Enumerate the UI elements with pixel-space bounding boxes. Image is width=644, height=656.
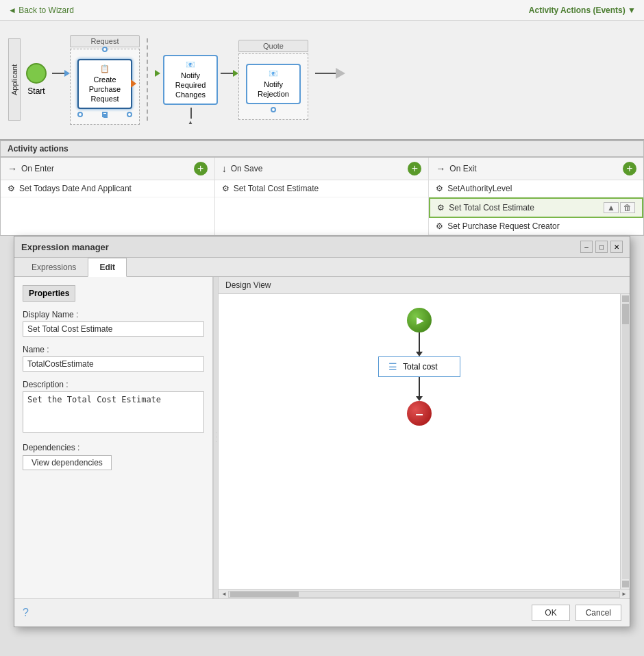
- on-exit-item-2-icon: ⚙: [436, 221, 443, 231]
- start-label: Start: [27, 86, 45, 96]
- resize-handle[interactable]: · · ·: [213, 277, 219, 598]
- name-input[interactable]: [23, 356, 204, 372]
- notify-changes-node[interactable]: 📧 NotifyRequiredChanges: [163, 55, 218, 106]
- v-scrollbar[interactable]: [620, 294, 630, 589]
- total-cost-node[interactable]: ☰ Total cost: [378, 356, 460, 377]
- flow-arrow-1: [416, 332, 423, 356]
- start-circle: [26, 63, 47, 84]
- dialog-minimize-button[interactable]: –: [580, 241, 593, 253]
- section-end: [315, 68, 345, 79]
- expression-manager-dialog: Expression manager – □ ✕ Expressions Edi…: [0, 236, 644, 627]
- on-enter-column: → On Enter + ⚙ Set Todays Date And Appli…: [1, 158, 215, 235]
- h-scroll-track[interactable]: [228, 591, 620, 598]
- description-group: Description : Set the Total Cost Estimat…: [23, 380, 204, 435]
- dialog-maximize-button[interactable]: □: [595, 241, 608, 253]
- on-save-item-0-label: Set Total Cost Estimate: [234, 184, 319, 193]
- on-enter-item-0[interactable]: ⚙ Set Todays Date And Applicant: [1, 180, 214, 197]
- green-arrow-2: [233, 70, 238, 77]
- view-dependencies-button[interactable]: View dependencies: [23, 455, 112, 470]
- notify-rejection-icon: 📧: [269, 69, 278, 77]
- description-textarea[interactable]: Set the Total Cost Estimate: [23, 391, 204, 433]
- workflow-diagram: Applicant Start ▶ Request 📋 CreatePurch: [0, 21, 644, 141]
- on-exit-item-1-delete-button[interactable]: 🗑: [620, 202, 635, 213]
- dialog-footer: ? OK Cancel: [14, 598, 630, 627]
- back-to-wizard-link[interactable]: ◄ Back to Wizard: [8, 5, 74, 15]
- arrow-2: [155, 70, 160, 77]
- display-name-label: Display Name :: [23, 310, 204, 319]
- on-exit-item-1[interactable]: ⚙ Set Total Cost Estimate ▲ 🗑: [429, 197, 643, 218]
- dependencies-label: Dependencies :: [23, 443, 204, 452]
- anchor-b2: [271, 107, 276, 112]
- on-exit-item-0[interactable]: ⚙ SetAuthorityLevel: [429, 180, 643, 197]
- anchor-bl: [77, 112, 83, 117]
- flow-v-line-2: [419, 377, 420, 396]
- request-section: Request 📋 CreatePurchaseRequest: [70, 35, 140, 125]
- dashed-divider-1: [147, 38, 148, 121]
- on-enter-label: On Enter: [21, 164, 54, 173]
- on-exit-item-1-up-button[interactable]: ▲: [604, 202, 619, 213]
- on-save-title-group: ↓ On Save: [222, 163, 263, 174]
- properties-panel: Properties Display Name : Name : Descrip…: [14, 277, 213, 598]
- notify-changes-label: NotifyRequiredChanges: [171, 71, 210, 100]
- dialog-titlebar: Expression manager – □ ✕: [14, 236, 630, 258]
- dialog-close-button[interactable]: ✕: [610, 241, 623, 253]
- activity-actions-panel: Activity actions → On Enter + ⚙ Set Toda…: [0, 141, 644, 236]
- v-scroll-track[interactable]: [622, 304, 629, 579]
- h-scroll-right[interactable]: ►: [620, 591, 628, 597]
- on-exit-add-button[interactable]: +: [623, 162, 636, 175]
- on-exit-title-group: → On Exit: [436, 163, 476, 174]
- cancel-button[interactable]: Cancel: [575, 605, 621, 621]
- anchor-row: [77, 112, 132, 117]
- tab-edit[interactable]: Edit: [88, 258, 127, 277]
- on-save-column: ↓ On Save + ⚙ Set Total Cost Estimate: [215, 158, 430, 235]
- name-label: Name :: [23, 345, 204, 354]
- anchor-bm: [102, 112, 108, 117]
- h-scroll-thumb[interactable]: [230, 592, 299, 597]
- end-line: [315, 73, 336, 74]
- on-exit-header: → On Exit +: [429, 158, 643, 180]
- on-exit-column: → On Exit + ⚙ SetAuthorityLevel ⚙ Set To…: [429, 158, 643, 235]
- create-pr-icon: 📋: [100, 64, 110, 73]
- create-pr-node[interactable]: 📋 CreatePurchaseRequest: [77, 59, 132, 110]
- flow-arrow-2: [416, 377, 423, 401]
- quote-section: Quote 📧 NotifyRejection: [238, 40, 308, 121]
- flow-end-node: –: [407, 401, 432, 426]
- name-group: Name :: [23, 345, 204, 372]
- activity-actions-events-menu[interactable]: Activity Actions (Events) ▼: [529, 5, 636, 15]
- flow-down-arrow-1: [416, 352, 423, 356]
- ok-button[interactable]: OK: [532, 605, 569, 621]
- on-save-item-0[interactable]: ⚙ Set Total Cost Estimate: [215, 180, 429, 197]
- on-exit-item-2[interactable]: ⚙ Set Purchase Request Creator: [429, 218, 643, 235]
- design-panel: Design View: [219, 277, 630, 598]
- v-scroll-up[interactable]: [622, 295, 629, 302]
- dialog-title: Expression manager: [21, 242, 109, 252]
- top-bar: ◄ Back to Wizard Activity Actions (Event…: [0, 0, 644, 21]
- on-enter-add-button[interactable]: +: [194, 162, 208, 175]
- h-scrollbar[interactable]: ◄ ►: [219, 589, 630, 598]
- design-view-body: ☰ Total cost –: [219, 294, 630, 589]
- on-save-item-0-icon: ⚙: [222, 184, 230, 193]
- on-exit-item-1-label: Set Total Cost Estimate: [449, 203, 534, 212]
- on-enter-icon: →: [8, 163, 17, 174]
- on-enter-item-0-label: Set Todays Date And Applicant: [19, 184, 132, 193]
- dialog-body: Properties Display Name : Name : Descrip…: [14, 277, 630, 598]
- on-exit-icon: →: [436, 163, 445, 174]
- help-icon[interactable]: ?: [23, 607, 29, 619]
- anchor-br: [127, 112, 132, 117]
- v-scroll-down[interactable]: [622, 581, 629, 587]
- dialog-container: Expression manager – □ ✕ Expressions Edi…: [14, 236, 630, 627]
- display-name-input[interactable]: [23, 321, 204, 337]
- notify-rejection-node[interactable]: 📧 NotifyRejection: [246, 64, 301, 105]
- on-save-add-button[interactable]: +: [408, 162, 421, 175]
- tab-expressions[interactable]: Expressions: [20, 258, 88, 277]
- exit-arrow: [131, 80, 136, 88]
- arrow-down-head-1: ▲: [188, 119, 193, 125]
- design-canvas[interactable]: ☰ Total cost –: [219, 294, 620, 589]
- request-section-body: 📋 CreatePurchaseRequest: [70, 49, 140, 125]
- v-scroll-thumb[interactable]: [622, 304, 629, 324]
- on-exit-item-0-label: SetAuthorityLevel: [447, 184, 512, 193]
- end-arrow: [336, 68, 345, 79]
- flow-container: ☰ Total cost –: [219, 294, 620, 439]
- anchor-top: [102, 47, 108, 52]
- h-scroll-left[interactable]: ◄: [220, 591, 228, 597]
